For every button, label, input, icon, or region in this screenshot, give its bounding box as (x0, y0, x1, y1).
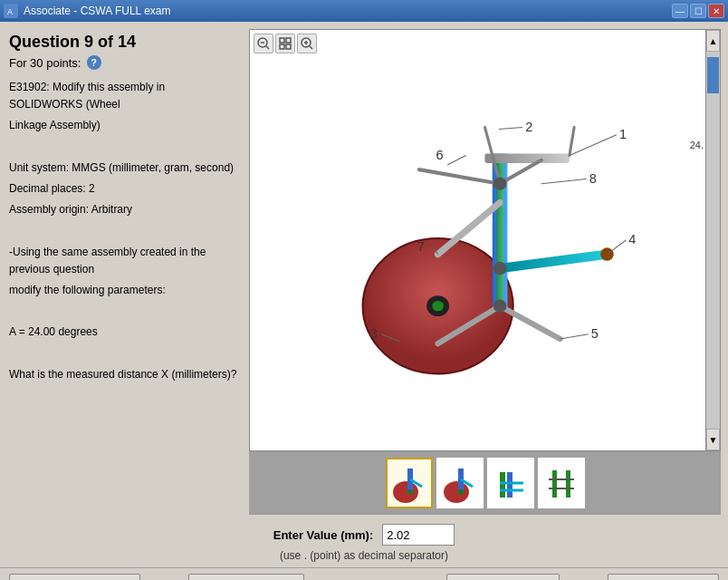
body-line8: -Using the same assembly created in the … (9, 244, 240, 278)
svg-text:2: 2 (525, 120, 532, 134)
app-icon: A (4, 4, 18, 18)
body-line5: Decimal places: 2 (9, 180, 240, 198)
svg-rect-61 (552, 470, 557, 498)
svg-text:4: 4 (628, 232, 636, 246)
svg-rect-58 (507, 472, 512, 498)
svg-rect-20 (485, 154, 570, 163)
svg-point-29 (493, 177, 507, 190)
question-title: Question 9 of 14 (9, 33, 240, 52)
title-bar: A Associate - CSWA FULL exam — ☐ ✕ (0, 0, 728, 22)
fit-button[interactable] (275, 34, 295, 53)
scroll-thumb[interactable] (707, 57, 719, 93)
svg-text:8: 8 (589, 171, 597, 186)
svg-point-53 (444, 481, 469, 503)
help-icon[interactable]: ? (87, 55, 101, 70)
svg-text:7: 7 (417, 239, 425, 254)
zoom-out-button[interactable] (254, 34, 273, 53)
svg-point-30 (493, 262, 507, 276)
thumbnail-strip (249, 451, 721, 515)
window-title: Associate - CSWA FULL exam (24, 5, 171, 17)
bottom-bar: ← Previous Question ↺ Reset Question 8.1… (0, 567, 728, 580)
maximize-button[interactable]: ☐ (690, 4, 706, 18)
input-area: Enter Value (mm): (use . (point) as deci… (0, 515, 728, 567)
body-line9: modify the following parameters: (9, 282, 240, 299)
question-body: E31902: Modify this assembly in SOLIDWOR… (9, 79, 240, 383)
svg-rect-57 (500, 472, 505, 498)
svg-text:5: 5 (591, 326, 599, 341)
thumbnail-4[interactable] (538, 458, 585, 508)
right-panel: 1 2 3 4 5 6 7 (249, 22, 728, 515)
next-question-button[interactable]: Next Question → (608, 574, 719, 581)
body-line13: What is the measured distance X (millime… (9, 366, 240, 383)
thumbnail-3[interactable] (487, 458, 534, 508)
svg-point-49 (393, 481, 418, 503)
svg-point-52 (407, 489, 413, 495)
svg-text:3: 3 (370, 326, 378, 341)
points-label: For 30 points: (9, 56, 81, 70)
input-label: Enter Value (mm): (273, 528, 374, 542)
body-line1: E31902: Modify this assembly in SOLIDWOR… (9, 79, 240, 113)
svg-rect-7 (280, 44, 284, 49)
reset-question-button[interactable]: ↺ Reset Question (188, 574, 304, 581)
svg-text:A: A (7, 7, 13, 16)
svg-rect-8 (286, 44, 291, 49)
prev-question-button[interactable]: ← Previous Question (9, 574, 140, 581)
show-summary-button[interactable]: ℹ Show Summary (446, 574, 560, 581)
svg-point-32 (493, 299, 507, 313)
zoom-in-button[interactable] (297, 34, 317, 53)
scroll-down-btn[interactable]: ▼ (706, 429, 720, 450)
svg-rect-6 (286, 38, 291, 43)
body-line6: Assembly origin: Arbitrary (9, 201, 240, 218)
body-line11: A = 24.00 degrees (9, 324, 240, 341)
svg-line-4 (266, 46, 269, 49)
minimize-button[interactable]: — (672, 4, 688, 18)
scroll-value: 24. (690, 140, 704, 150)
decimal-hint: (use . (point) as decimal separator) (280, 549, 448, 562)
close-button[interactable]: ✕ (708, 4, 724, 18)
thumbnail-2[interactable] (436, 458, 484, 508)
svg-rect-62 (566, 470, 570, 498)
thumbnail-1[interactable] (386, 458, 433, 508)
value-input[interactable] (382, 524, 455, 546)
body-line4: Unit system: MMGS (millimeter, gram, sec… (9, 160, 240, 177)
svg-text:6: 6 (436, 148, 444, 162)
viewer-toolbar (254, 34, 317, 53)
main-content: Question 9 of 14 For 30 points: ? E31902… (0, 22, 728, 515)
svg-line-12 (310, 46, 312, 49)
svg-point-56 (458, 489, 464, 495)
3d-viewer-svg: 1 2 3 4 5 6 7 (250, 30, 720, 450)
scroll-up-btn[interactable]: ▲ (706, 30, 720, 52)
left-panel: Question 9 of 14 For 30 points: ? E31902… (0, 22, 249, 515)
viewer-scrollbar[interactable]: ▲ ▼ 24. (705, 30, 720, 450)
svg-point-17 (432, 301, 443, 311)
body-line2: Linkage Assembly) (9, 117, 240, 134)
viewer-container: 1 2 3 4 5 6 7 (249, 29, 721, 451)
svg-text:1: 1 (619, 127, 627, 141)
svg-rect-5 (280, 38, 284, 43)
